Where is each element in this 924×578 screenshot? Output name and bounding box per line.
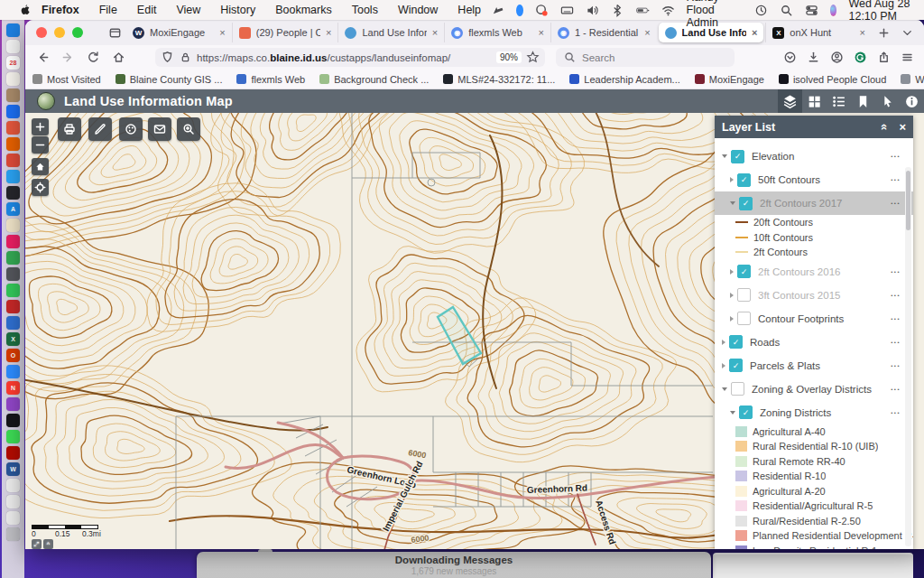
bw-app-dock-icon[interactable] xyxy=(6,186,20,200)
select-tool-icon[interactable] xyxy=(875,89,900,113)
spotlight-icon[interactable] xyxy=(780,4,793,17)
menu-bookmarks[interactable]: Bookmarks xyxy=(265,4,342,16)
layers-icon[interactable] xyxy=(778,89,802,113)
layer-row[interactable]: ✓Roads••• xyxy=(715,331,913,354)
doc-2-dock-icon[interactable] xyxy=(6,495,20,508)
layer-menu-icon[interactable]: ••• xyxy=(891,177,901,182)
bookmark-item[interactable]: Most Visited xyxy=(32,74,101,85)
layer-menu-icon[interactable]: ••• xyxy=(891,410,901,415)
layer-menu-icon[interactable]: ••• xyxy=(891,316,901,322)
tab-overview-icon[interactable] xyxy=(103,23,126,42)
bookmark-item[interactable]: Windermere Path | T... xyxy=(901,74,924,85)
home-button[interactable] xyxy=(106,48,130,68)
news-dock-icon[interactable]: N xyxy=(6,381,20,395)
trash-dock-icon[interactable] xyxy=(6,527,20,541)
zoom-app-dock-icon[interactable] xyxy=(6,365,20,378)
office-dock-icon[interactable]: O xyxy=(6,349,20,362)
layer-checkbox[interactable]: ✓ xyxy=(739,197,753,210)
bookmark-item[interactable]: isolved People Cloud xyxy=(779,74,886,85)
maps-dock-icon[interactable] xyxy=(6,251,20,265)
menu-history[interactable]: History xyxy=(210,4,265,16)
mail-dock-icon[interactable] xyxy=(6,105,20,118)
layer-menu-icon[interactable]: ••• xyxy=(891,387,901,392)
layer-row[interactable]: ✓2ft Contours 2016••• xyxy=(715,260,913,284)
layer-menu-icon[interactable]: ••• xyxy=(891,363,901,368)
safari-dock-icon[interactable] xyxy=(6,170,20,183)
bookmark-item[interactable]: Leadership Academ... xyxy=(569,74,679,85)
mail-badge-dock-icon[interactable] xyxy=(6,121,20,135)
menu-bar-clock[interactable]: Wed Aug 28 12:10 PM xyxy=(848,0,913,23)
layer-checkbox[interactable]: ✓ xyxy=(737,265,751,278)
layer-row[interactable]: Contour Footprints••• xyxy=(715,307,913,331)
firefox-dock-icon[interactable] xyxy=(6,137,20,151)
legend-list-icon[interactable] xyxy=(827,89,851,113)
measure-tool-button[interactable] xyxy=(88,117,112,141)
facetime-dock-icon[interactable] xyxy=(6,284,20,297)
attribution-toggle-icon[interactable]: ⤢ xyxy=(32,539,42,549)
zoom-level-indicator[interactable]: 90% xyxy=(496,51,522,63)
bookmark-item[interactable]: Blaine County GIS ... xyxy=(116,74,223,85)
downloads-icon[interactable] xyxy=(801,48,825,68)
messages-dock-icon[interactable] xyxy=(6,430,20,443)
volume-icon[interactable] xyxy=(586,4,599,17)
search-bar[interactable]: Search xyxy=(556,48,735,67)
basemap-grid-icon[interactable] xyxy=(802,89,827,113)
layer-row[interactable]: ✓Elevation••• xyxy=(715,144,913,168)
panel-scrollbar[interactable] xyxy=(905,167,911,546)
zoom-window-button[interactable] xyxy=(72,27,83,38)
close-panel-icon[interactable]: × xyxy=(899,120,906,134)
bookmark-icon[interactable] xyxy=(851,89,875,113)
keyboard-icon[interactable] xyxy=(560,4,574,17)
my-location-button[interactable] xyxy=(32,179,49,196)
print-tool-button[interactable] xyxy=(58,117,81,141)
expand-arrow-icon[interactable] xyxy=(730,293,734,298)
tab-close-icon[interactable]: × xyxy=(432,27,438,38)
layer-row[interactable]: ✓Parcels & Plats••• xyxy=(715,354,913,378)
minimize-window-button[interactable] xyxy=(54,27,65,38)
forward-button[interactable] xyxy=(56,48,79,68)
layer-checkbox[interactable]: ✓ xyxy=(731,150,744,163)
calendar-dock-icon[interactable]: 28 xyxy=(6,56,20,70)
excel-dock-icon[interactable]: X xyxy=(6,332,20,346)
layer-menu-icon[interactable]: ••• xyxy=(891,269,901,275)
apple-icon[interactable] xyxy=(18,4,32,17)
layer-list-header[interactable]: Layer List « × xyxy=(715,116,913,138)
notes-dock-icon[interactable] xyxy=(6,72,20,86)
window-controls[interactable] xyxy=(25,27,103,38)
expand-arrow-icon[interactable] xyxy=(730,177,734,182)
logged-in-user[interactable]: Randy Flood Admin xyxy=(687,0,744,29)
menu-file[interactable]: File xyxy=(89,4,127,16)
zoom-app-icon[interactable] xyxy=(516,5,522,16)
url-text[interactable]: https://maps.co.blaine.id.us/custapps/la… xyxy=(197,52,492,63)
attribution-expand-icon[interactable]: ^ xyxy=(43,539,53,549)
layer-checkbox[interactable]: ✓ xyxy=(737,173,751,187)
query-tool-button[interactable] xyxy=(177,117,200,141)
layer-checkbox[interactable] xyxy=(731,382,744,396)
dock[interactable]: 28AXONW xyxy=(2,20,24,578)
map-canvas[interactable]: Greenhorn LoopGreenhorn RdImperial Gulch… xyxy=(25,113,924,549)
folder-dock-icon[interactable] xyxy=(6,219,20,232)
scrollbar-thumb[interactable] xyxy=(906,171,910,230)
draw-tool-button[interactable] xyxy=(119,117,143,141)
menu-edit[interactable]: Edit xyxy=(127,4,167,16)
account-icon[interactable] xyxy=(825,48,848,68)
home-extent-button[interactable] xyxy=(32,158,49,175)
expand-arrow-icon[interactable] xyxy=(722,340,725,345)
collapse-arrow-icon[interactable] xyxy=(730,201,735,205)
lock-icon[interactable] xyxy=(179,51,192,64)
bookmark-item[interactable]: Background Check ... xyxy=(319,74,429,85)
info-icon[interactable] xyxy=(900,89,924,113)
layer-menu-icon[interactable]: ••• xyxy=(891,154,901,159)
doc-3-dock-icon[interactable] xyxy=(6,511,20,525)
email-tool-button[interactable] xyxy=(148,117,171,141)
layer-row[interactable]: Zoning & Overlay Districts••• xyxy=(715,378,913,401)
acrobat-dock-icon[interactable] xyxy=(6,446,20,460)
collapse-arrow-icon[interactable] xyxy=(730,411,735,415)
menu-help[interactable]: Help xyxy=(448,4,491,16)
photos-dock-icon[interactable] xyxy=(6,40,20,53)
layer-row[interactable]: ✓2ft Contours 2017••• xyxy=(715,191,913,215)
control-center-icon[interactable] xyxy=(805,4,818,17)
collapse-panel-icon[interactable]: « xyxy=(878,124,892,130)
active-app-name[interactable]: Firefox xyxy=(32,4,89,16)
layer-menu-icon[interactable]: ••• xyxy=(891,293,901,298)
